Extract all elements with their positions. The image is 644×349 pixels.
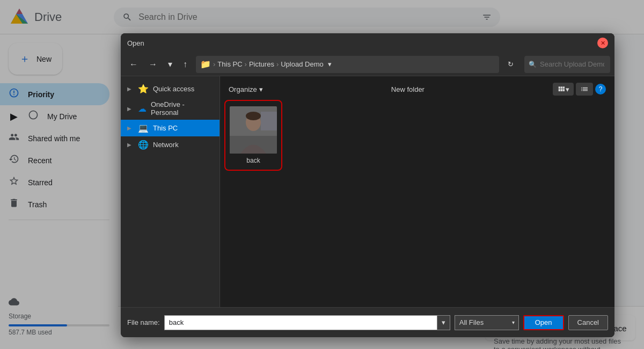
dialog-search-input[interactable]	[540, 60, 604, 68]
file-grid: back	[224, 100, 610, 171]
filename-dropdown-button[interactable]: ▾	[437, 315, 450, 330]
details-view-icon	[580, 85, 589, 93]
drive-app: Drive ＋ New Priority ▶ My Drive	[0, 0, 644, 349]
view-dropdown-icon: ▾	[566, 85, 569, 93]
new-folder-button[interactable]: New folder	[391, 85, 425, 93]
content-toolbar: Organize ▾ New folder ▾	[224, 81, 610, 100]
this-pc-icon: 💻	[138, 123, 149, 133]
filetype-select-wrap: All Files ▾	[455, 315, 519, 330]
dialog-sidebar-this-pc[interactable]: ▶ 💻 This PC	[121, 120, 219, 136]
quick-access-label: Quick access	[153, 85, 194, 93]
file-item-back[interactable]: back	[226, 102, 280, 169]
dialog-sidebar-onedrive[interactable]: ▶ ☁ OneDrive - Personal	[121, 97, 219, 120]
file-name-back: back	[246, 157, 260, 164]
filename-input[interactable]	[164, 315, 437, 330]
network-icon: 🌐	[138, 140, 149, 150]
dialog-nav-toolbar: ← → ▾ ↑ 📁 › This PC › Pictures › Upload …	[121, 53, 614, 76]
svg-point-7	[246, 112, 261, 120]
this-pc-label: This PC	[153, 124, 178, 132]
details-view-button[interactable]	[576, 83, 593, 96]
dialog-search-bar[interactable]: 🔍	[524, 56, 610, 73]
filename-input-wrap: ▾	[164, 315, 450, 330]
quick-access-icon: ⭐	[138, 84, 149, 94]
this-pc-expand-icon: ▶	[127, 125, 131, 131]
dialog-file-sidebar: ▶ ⭐ Quick access ▶ ☁ OneDrive - Personal…	[121, 76, 220, 307]
network-expand-icon: ▶	[127, 142, 131, 148]
breadcrumb-this-pc: This PC	[217, 60, 242, 68]
file-open-dialog: Open ✕ ← → ▾ ↑ 📁 › This PC › Pictures › …	[121, 33, 614, 337]
view-toggle-button[interactable]: ▾	[553, 83, 574, 96]
open-button[interactable]: Open	[523, 315, 564, 330]
dialog-sidebar-network[interactable]: ▶ 🌐 Network	[121, 136, 219, 153]
organize-dropdown-icon: ▾	[259, 85, 263, 93]
breadcrumb-folder-icon: 📁	[200, 59, 211, 69]
onedrive-icon: ☁	[138, 104, 147, 114]
back-nav-button[interactable]: ←	[125, 57, 142, 71]
organize-button[interactable]: Organize ▾	[229, 85, 263, 93]
organize-label: Organize	[229, 85, 257, 93]
view-controls: ▾ ?	[553, 83, 606, 96]
new-folder-label: New folder	[391, 85, 425, 93]
breadcrumb-dropdown-button[interactable]: ▾	[326, 60, 334, 68]
dialog-footer: File name: ▾ All Files ▾ Open Cancel	[121, 307, 614, 337]
grid-view-icon	[557, 85, 566, 93]
person-photo-placeholder	[230, 106, 277, 154]
dialog-content-area: Organize ▾ New folder ▾	[220, 76, 614, 307]
dialog-titlebar: Open ✕	[121, 33, 614, 53]
dialog-search-icon: 🔍	[529, 61, 537, 68]
forward-nav-button[interactable]: →	[144, 57, 162, 71]
dialog-sidebar-quick-access[interactable]: ▶ ⭐ Quick access	[121, 81, 219, 97]
filename-label: File name:	[127, 318, 160, 326]
recent-nav-button[interactable]: ▾	[164, 57, 177, 71]
breadcrumb-pictures: Pictures	[249, 60, 274, 68]
network-label: Network	[153, 141, 179, 149]
breadcrumb-current-folder: Upload Demo	[281, 60, 324, 68]
help-button[interactable]: ?	[595, 84, 606, 94]
dialog-title: Open	[127, 39, 144, 47]
filetype-select[interactable]: All Files	[455, 315, 519, 330]
breadcrumb-bar: 📁 › This PC › Pictures › Upload Demo ▾	[196, 56, 499, 73]
refresh-button[interactable]: ↻	[503, 58, 518, 70]
onedrive-label: OneDrive - Personal	[151, 100, 213, 117]
quick-access-expand-icon: ▶	[127, 86, 131, 92]
up-nav-button[interactable]: ↑	[179, 57, 192, 71]
dialog-close-button[interactable]: ✕	[597, 38, 608, 48]
file-thumbnail-back	[230, 106, 277, 154]
onedrive-expand-icon: ▶	[127, 106, 131, 112]
svg-rect-8	[261, 112, 277, 130]
dialog-body: ▶ ⭐ Quick access ▶ ☁ OneDrive - Personal…	[121, 76, 614, 307]
cancel-button[interactable]: Cancel	[568, 315, 608, 330]
